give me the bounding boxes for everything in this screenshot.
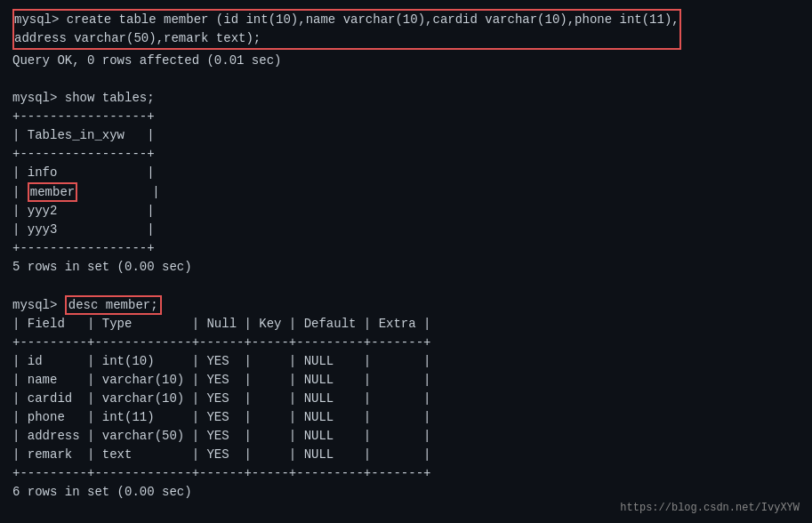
table-sep-2: +-----------------+ (12, 145, 800, 164)
watermark: https://blog.csdn.net/IvyXYW (620, 502, 800, 514)
desc-sep-2: | id | int(10) | YES | | NULL | | (12, 352, 800, 371)
desc-row-phone: | address | varchar(50) | YES | | NULL |… (12, 427, 800, 446)
desc-sep-3: 6 rows in set (0.00 sec) (12, 483, 800, 502)
query-ok-line: Query OK, 0 rows affected (0.01 sec) (12, 52, 800, 70)
desc-row-address: | remark | text | YES | | NULL | | (12, 446, 800, 464)
show-tables-line: mysql> show tables; (12, 89, 800, 108)
create-line-1: mysql> create table member (id int(10),n… (14, 11, 679, 29)
row-yyy: | yyy2 | (12, 202, 800, 221)
desc-sep-1: | Field | Type | Null | Key | Default | … (12, 315, 800, 334)
terminal: mysql> create table member (id int(10),n… (0, 0, 812, 523)
desc-row-cardid: | phone | int(11) | YES | | NULL | | (12, 408, 800, 427)
row-yyy3: +-----------------+ (12, 239, 800, 258)
table-sep-3: 5 rows in set (0.00 sec) (12, 258, 800, 277)
blank-2 (12, 277, 800, 295)
row-info: | info | (12, 164, 800, 182)
row-member-line: | member | (12, 182, 800, 202)
desc-cmd-line: mysql> desc member; (12, 295, 800, 315)
table-header: | Tables_in_xyw | (12, 126, 800, 145)
desc-row-remark: +---------+-------------+------+-----+--… (12, 464, 800, 483)
member-highlight: member (28, 182, 77, 202)
blank-1 (12, 70, 800, 89)
desc-header: +---------+-------------+------+-----+--… (12, 334, 800, 352)
table-sep-1: +-----------------+ (12, 108, 800, 126)
desc-row-id: | name | varchar(10) | YES | | NULL | | (12, 371, 800, 390)
desc-cmd-highlight: desc member; (65, 295, 162, 315)
create-line-2: address varchar(50),remark text); (14, 29, 679, 48)
create-command-block: mysql> create table member (id int(10),n… (12, 9, 681, 50)
row-yyy2: | yyy3 | (12, 221, 800, 239)
desc-row-name: | cardid | varchar(10) | YES | | NULL | … (12, 390, 800, 408)
